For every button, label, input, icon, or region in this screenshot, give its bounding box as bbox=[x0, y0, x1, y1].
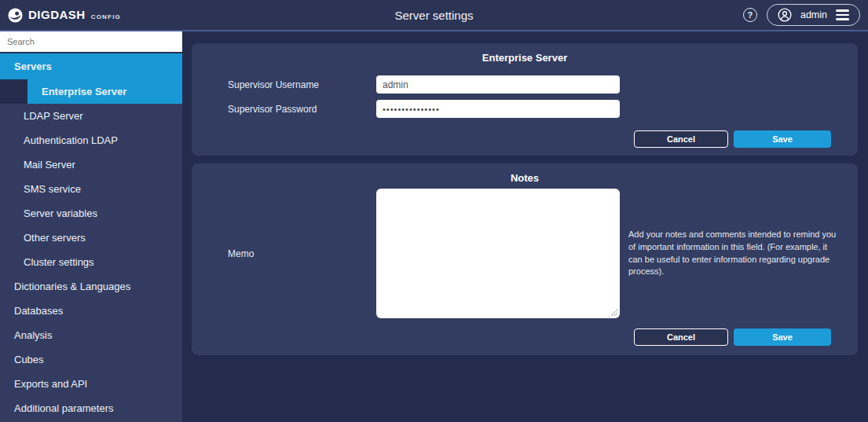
digdash-logo: DIGDASH CONFIG bbox=[8, 8, 121, 23]
memo-help-text: Add your notes and comments intended to … bbox=[628, 229, 839, 279]
help-icon[interactable]: ? bbox=[743, 8, 757, 22]
user-menu-button[interactable]: admin bbox=[767, 4, 860, 26]
sidebar-item-dictionaries-languages[interactable]: Dictionaries & Languages bbox=[0, 274, 182, 299]
supervisor-username-input[interactable] bbox=[376, 75, 620, 94]
main-content: Enterprise Server Supervisor Username Su… bbox=[182, 31, 868, 422]
supervisor-username-label: Supervisor Username bbox=[228, 79, 376, 90]
sidebar-item-cubes[interactable]: Cubes bbox=[0, 347, 182, 372]
page-title: Server settings bbox=[0, 9, 868, 22]
cancel-button[interactable]: Cancel bbox=[634, 130, 728, 148]
sidebar-item-ldap-server[interactable]: LDAP Server bbox=[0, 104, 182, 128]
user-icon bbox=[778, 8, 792, 22]
memo-textarea[interactable] bbox=[376, 189, 620, 318]
sidebar-item-cluster-settings[interactable]: Cluster settings bbox=[0, 250, 182, 274]
sidebar-item-servers[interactable]: Servers bbox=[0, 53, 182, 79]
enterprise-server-panel-title: Enterprise Server bbox=[192, 43, 858, 64]
notes-panel: Notes Memo Add your notes and comments i… bbox=[192, 163, 858, 355]
enterprise-server-panel: Enterprise Server Supervisor Username Su… bbox=[192, 43, 858, 156]
sidebar: Servers Enterprise Server LDAP Server Au… bbox=[0, 31, 182, 422]
supervisor-password-input[interactable] bbox=[376, 100, 620, 118]
user-name: admin bbox=[800, 9, 827, 20]
cancel-button[interactable]: Cancel bbox=[634, 328, 728, 346]
digdash-logo-icon bbox=[8, 8, 23, 23]
sidebar-item-server-variables[interactable]: Server variables bbox=[0, 201, 182, 226]
hamburger-menu-icon[interactable] bbox=[836, 9, 849, 20]
notes-panel-title: Notes bbox=[192, 163, 858, 184]
sidebar-item-exports-and-api[interactable]: Exports and API bbox=[0, 372, 182, 396]
brand-name: DIGDASH bbox=[28, 8, 86, 21]
sidebar-item-analysis[interactable]: Analysis bbox=[0, 323, 182, 347]
supervisor-password-label: Supervisor Password bbox=[228, 104, 376, 115]
sidebar-item-sms-service[interactable]: SMS service bbox=[0, 177, 182, 201]
sidebar-item-mail-server[interactable]: Mail Server bbox=[0, 152, 182, 177]
sidebar-item-enterprise-server[interactable]: Enterprise Server bbox=[0, 79, 182, 104]
sidebar-item-additional-parameters[interactable]: Additional parameters bbox=[0, 396, 182, 420]
save-button[interactable]: Save bbox=[734, 130, 831, 148]
sidebar-nav: Servers Enterprise Server LDAP Server Au… bbox=[0, 53, 182, 420]
memo-label: Memo bbox=[228, 248, 376, 259]
brand-suffix: CONFIG bbox=[91, 13, 121, 20]
search-input[interactable] bbox=[0, 31, 182, 53]
top-bar: DIGDASH CONFIG Server settings ? admin bbox=[0, 0, 868, 31]
sidebar-item-databases[interactable]: Databases bbox=[0, 299, 182, 323]
sidebar-item-other-servers[interactable]: Other servers bbox=[0, 226, 182, 250]
sidebar-item-authentication-ldap[interactable]: Authentication LDAP bbox=[0, 128, 182, 152]
save-button[interactable]: Save bbox=[734, 328, 831, 346]
